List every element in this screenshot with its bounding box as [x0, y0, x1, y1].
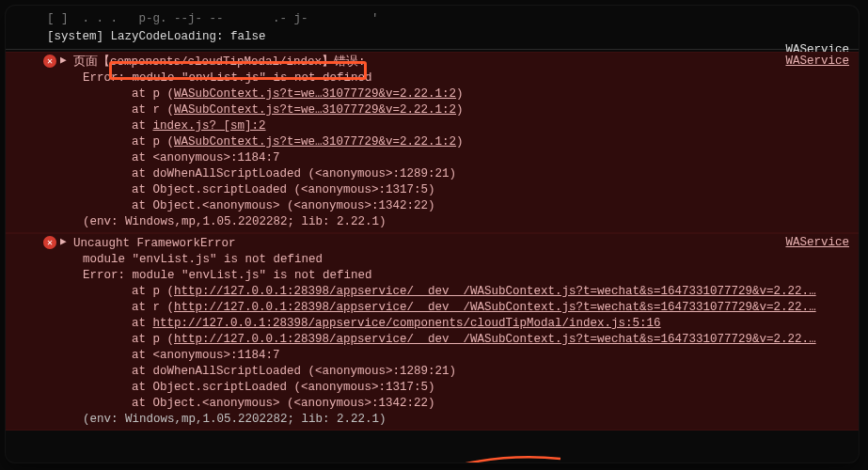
stack-link[interactable]: index.js? [sm]:2 — [153, 118, 266, 134]
stack-link[interactable]: http://127.0.0.1:28398/appservice/compon… — [153, 316, 661, 332]
stack-link[interactable]: WASubContext.js?t=we…31077729&v=2.22.1:2 — [174, 134, 456, 150]
stack-link[interactable]: http://127.0.0.1:28398/appservice/__dev_… — [174, 300, 816, 316]
stack-link[interactable]: http://127.0.0.1:28398/appservice/__dev_… — [174, 284, 816, 300]
stack-line: at index.js? [sm]:2 — [6, 118, 859, 134]
stack-line: at <anonymous>:1184:7 — [6, 150, 859, 166]
stack-line: at doWhenAllScriptLoaded (<anonymous>:12… — [6, 364, 859, 380]
system-line-text: [system] LazyCodeLoading: false — [47, 29, 266, 45]
error-line: Error: module "envList.js" is not define… — [6, 70, 859, 86]
error-line: Error: module "envList.js" is not define… — [6, 268, 859, 284]
console-top-row: [ ] . . . p-g. --j- -- .- j- ' — [6, 9, 859, 29]
stack-line: at p (WASubContext.js?t=we…31077729&v=2.… — [6, 86, 859, 102]
stack-line: at Object.<anonymous> (<anonymous>:1342:… — [6, 396, 859, 412]
stack-line: at doWhenAllScriptLoaded (<anonymous>:12… — [6, 166, 859, 182]
error-head-row: 页面【components/cloudTipModal/index】错误: — [6, 55, 859, 70]
stack-line: at <anonymous>:1184:7 — [6, 348, 859, 364]
stack-line: at p (WASubContext.js?t=we…31077729&v=2.… — [6, 134, 859, 150]
env-line: (env: Windows,mp,1.05.2202282; lib: 2.22… — [6, 412, 859, 428]
error-head-path: components/cloudTipModal/index — [110, 55, 322, 70]
page-wrap: [ ] . . . p-g. --j- -- .- j- ' [system] … — [0, 0, 868, 470]
stack-line: at r (WASubContext.js?t=we…31077729&v=2.… — [6, 102, 859, 118]
system-line-row: [system] LazyCodeLoading: false — [6, 29, 859, 50]
stack-line: at Object.<anonymous> (<anonymous>:1342:… — [6, 198, 859, 214]
stack-line: at r (http://127.0.0.1:28398/appservice/… — [6, 300, 859, 316]
error-head-text: Uncaught FrameworkError — [73, 236, 236, 252]
stack-link[interactable]: WASubContext.js?t=we…31077729&v=2.22.1:2 — [174, 86, 456, 102]
stack-line: at http://127.0.0.1:28398/appservice/com… — [6, 316, 859, 332]
error-head-suffix: 】错误: — [322, 55, 366, 70]
stack-line: at p (http://127.0.0.1:28398/appservice/… — [6, 284, 859, 300]
env-line: (env: Windows,mp,1.05.2202282; lib: 2.22… — [6, 214, 859, 230]
error-head-prefix: 页面【 — [73, 55, 110, 70]
annotation-arrow — [6, 431, 859, 462]
top-row-text: [ ] . . . p-g. --j- -- .- j- ' — [47, 11, 400, 27]
error-line: module "envList.js" is not defined — [6, 252, 859, 268]
stack-line: at Object.scriptLoaded (<anonymous>:1317… — [6, 182, 859, 198]
stack-line: at p (http://127.0.0.1:28398/appservice/… — [6, 332, 859, 348]
stack-line: at Object.scriptLoaded (<anonymous>:1317… — [6, 380, 859, 396]
console-panel[interactable]: [ ] . . . p-g. --j- -- .- j- ' [system] … — [6, 6, 859, 462]
error-block-2: ✕ ▶ WAService Uncaught FrameworkError mo… — [6, 233, 859, 431]
devtools-window: [ ] . . . p-g. --j- -- .- j- ' [system] … — [6, 6, 859, 462]
stack-link[interactable]: http://127.0.0.1:28398/appservice/__dev_… — [174, 332, 816, 348]
error-block-1: ✕ ▶ WAService 页面【components/cloudTipModa… — [6, 52, 859, 233]
stack-link[interactable]: WASubContext.js?t=we…31077729&v=2.22.1:2 — [174, 102, 456, 118]
error-head-row: Uncaught FrameworkError — [6, 236, 859, 252]
